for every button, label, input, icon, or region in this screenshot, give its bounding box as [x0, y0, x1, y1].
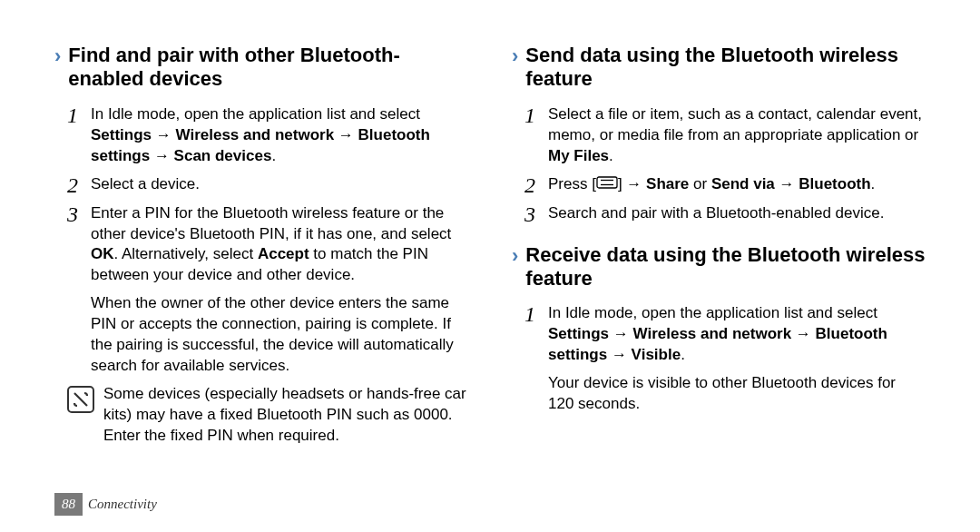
myfiles-label: My Files: [548, 147, 609, 164]
t: Select a file or item, such as a contact…: [548, 105, 922, 143]
heading-text: Find and pair with other Bluetooth-enabl…: [68, 44, 468, 92]
step-number: 2: [524, 174, 548, 196]
section-name: Connectivity: [88, 497, 157, 512]
step-3: 3 Enter a PIN for the Bluetooth wireless…: [67, 203, 468, 287]
path-label: Settings → Wireless and network → Blueto…: [548, 325, 887, 363]
section-heading-receive: › Receive data using the Bluetooth wirel…: [512, 243, 926, 291]
t: ] →: [618, 175, 646, 192]
page-columns: › Find and pair with other Bluetooth-ena…: [54, 44, 926, 447]
section-heading-pair: › Find and pair with other Bluetooth-ena…: [54, 44, 468, 92]
r1-step-1: 1 Select a file or item, such as a conta…: [524, 104, 926, 167]
step-text-end: .: [271, 147, 276, 164]
t: Press [: [548, 175, 596, 192]
step-number: 3: [67, 203, 91, 225]
r2-step-1-continuation: Your device is visible to other Bluetoot…: [548, 373, 926, 415]
r1-step-3: 3 Search and pair with a Bluetooth-enabl…: [524, 203, 926, 225]
bluetooth-label: Bluetooth: [799, 175, 870, 192]
step-number: 1: [67, 104, 91, 126]
chevron-icon: ›: [512, 245, 518, 267]
heading-text: Send data using the Bluetooth wireless f…: [525, 44, 926, 92]
section-heading-send: › Send data using the Bluetooth wireless…: [512, 44, 926, 92]
t: .: [871, 175, 876, 192]
t: →: [775, 175, 799, 192]
page-number-badge: 88: [54, 493, 83, 516]
step-1: 1 In Idle mode, open the application lis…: [67, 104, 468, 167]
r1-step-2: 2 Press [] → Share or Send via → Bluetoo…: [524, 174, 926, 196]
chevron-icon: ›: [54, 45, 61, 67]
step-body: Press [] → Share or Send via → Bluetooth…: [548, 174, 875, 195]
step-body: Select a file or item, such as a contact…: [548, 104, 926, 167]
sendvia-label: Send via: [711, 175, 775, 192]
ok-label: OK: [91, 245, 114, 262]
step-body: Enter a PIN for the Bluetooth wireless f…: [91, 203, 468, 287]
step-body: Search and pair with a Bluetooth-enabled…: [548, 203, 884, 224]
r2-step-1: 1 In Idle mode, open the application lis…: [524, 303, 926, 366]
page-footer: 88 Connectivity: [54, 493, 157, 516]
t: In Idle mode, open the application list …: [548, 304, 877, 321]
right-column: › Send data using the Bluetooth wireless…: [512, 44, 926, 447]
step-number: 2: [67, 174, 91, 196]
step-3-continuation: When the owner of the other device enter…: [91, 293, 468, 377]
menu-key-icon: [596, 174, 618, 195]
svg-rect-1: [597, 177, 617, 188]
t: .: [609, 147, 613, 164]
heading-text: Receive data using the Bluetooth wireles…: [525, 243, 926, 291]
note-text: Some devices (especially headsets or han…: [103, 384, 468, 447]
t: . Alternatively, select: [114, 245, 258, 262]
svg-line-0: [74, 393, 87, 406]
t: or: [689, 175, 711, 192]
note-block: Some devices (especially headsets or han…: [67, 384, 468, 447]
left-column: › Find and pair with other Bluetooth-ena…: [54, 44, 468, 447]
step-number: 1: [524, 104, 548, 126]
note-icon: [67, 386, 94, 413]
step-body: In Idle mode, open the application list …: [548, 303, 926, 366]
step-body: In Idle mode, open the application list …: [91, 104, 468, 167]
t: .: [681, 346, 685, 363]
step-2: 2 Select a device.: [67, 174, 468, 196]
step-body: Select a device.: [91, 174, 200, 195]
chevron-icon: ›: [512, 45, 518, 67]
step-text: In Idle mode, open the application list …: [91, 105, 420, 123]
accept-label: Accept: [258, 245, 309, 262]
share-label: Share: [646, 175, 689, 192]
step-number: 3: [524, 203, 548, 225]
step-path: Settings → Wireless and network → Blueto…: [91, 126, 430, 164]
t: Enter a PIN for the Bluetooth wireless f…: [91, 204, 451, 242]
step-number: 1: [524, 303, 548, 325]
